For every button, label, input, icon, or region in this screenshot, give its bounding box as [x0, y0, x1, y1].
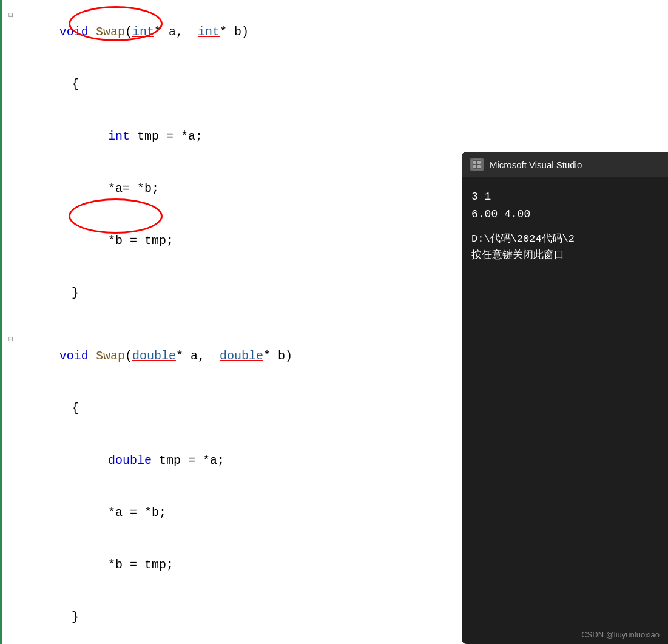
- terminal-title: Microsoft Visual Studio: [490, 160, 582, 170]
- terminal-app-icon: [470, 158, 484, 171]
- terminal-output-1: 3 1 6.00 4.00: [471, 188, 658, 223]
- code-line-6: }: [2, 267, 461, 319]
- param-type-double-1: double: [132, 349, 176, 363]
- svg-rect-4: [477, 165, 481, 168]
- fold-icon-1[interactable]: ⊟: [8, 7, 13, 24]
- terminal-path: D:\代码\2024代码\2 按任意键关闭此窗口: [471, 231, 658, 263]
- path-line-2: 按任意键关闭此窗口: [471, 247, 658, 263]
- code-line-1: ⊟ void Swap(int* a, int* b): [2, 6, 461, 58]
- code-line-8: {: [2, 382, 461, 435]
- code-line-5: *b = tmp;: [2, 215, 461, 267]
- terminal-panel: Microsoft Visual Studio 3 1 6.00 4.00 D:…: [462, 152, 668, 644]
- indent-bar-7: [33, 435, 33, 487]
- keyword-void-2: void: [59, 349, 89, 363]
- terminal-watermark: CSDN @liuyunluoxiao: [581, 630, 660, 639]
- brace-open-1: {: [72, 77, 79, 91]
- param-type-int-2: int: [198, 25, 220, 39]
- stmt-assign-b2: *b = tmp;: [108, 558, 174, 572]
- fold-icon-2[interactable]: ⊟: [8, 331, 13, 348]
- indent-bar-2: [33, 110, 33, 163]
- green-left-border: [0, 0, 2, 644]
- code-line-12: }: [2, 591, 461, 643]
- indent-bar-9: [33, 539, 33, 591]
- gap-1: [0, 319, 461, 330]
- param-type-int-1: int: [132, 25, 154, 39]
- terminal-header: Microsoft Visual Studio: [462, 152, 668, 177]
- code-line-2: {: [2, 58, 461, 110]
- code-editor: ⊟ void Swap(int* a, int* b) { int tmp = …: [0, 0, 461, 644]
- terminal-body: 3 1 6.00 4.00 D:\代码\2024代码\2 按任意键关闭此窗口: [462, 177, 668, 274]
- stmt-assign-b: *b = tmp;: [108, 234, 174, 248]
- indent-bar-8: [33, 487, 33, 539]
- code-line-9: double tmp = *a;: [2, 435, 461, 487]
- path-line-1: D:\代码\2024代码\2: [471, 231, 658, 247]
- output-line-2: 6.00 4.00: [471, 206, 658, 223]
- svg-rect-3: [473, 165, 476, 168]
- keyword-int-tmp1: int: [108, 129, 130, 143]
- brace-close-1: }: [72, 286, 79, 300]
- brace-open-2: {: [72, 401, 79, 415]
- func-name-swap-double: Swap: [96, 349, 125, 363]
- indent-bar-3: [33, 163, 33, 215]
- param-type-double-2: double: [220, 349, 263, 363]
- code-line-11: *b = tmp;: [2, 539, 461, 591]
- stmt-assign-a2: *a = *b;: [108, 506, 166, 520]
- keyword-double-tmp: double: [108, 453, 152, 467]
- svg-rect-2: [477, 161, 481, 164]
- code-line-3: int tmp = *a;: [2, 110, 461, 163]
- output-line-1: 3 1: [471, 188, 658, 206]
- func-name-swap-int: Swap: [96, 25, 125, 39]
- svg-rect-1: [473, 161, 476, 164]
- code-line-7: ⊟ void Swap(double* a, double* b): [2, 330, 461, 382]
- stmt-assign-a: *a= *b;: [108, 181, 159, 195]
- keyword-void-1: void: [59, 25, 89, 39]
- code-line-10: *a = *b;: [2, 487, 461, 539]
- code-line-4: *a= *b;: [2, 163, 461, 215]
- indent-bar-4: [33, 215, 33, 267]
- brace-close-2: }: [72, 610, 79, 624]
